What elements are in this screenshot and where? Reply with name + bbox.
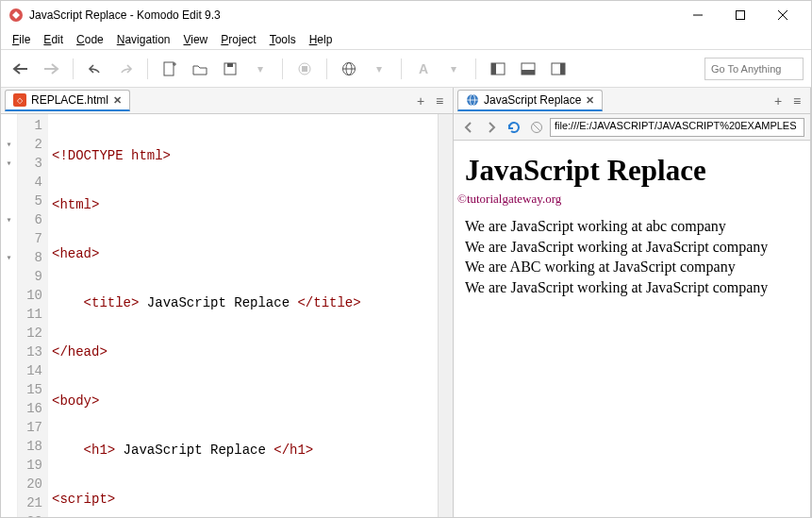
window-title: JavaScript Replace - Komodo Edit 9.3 — [29, 8, 676, 22]
save-dropdown[interactable]: ▾ — [248, 57, 273, 81]
tab-label: JavaScript Replace — [484, 93, 581, 107]
svg-text:◇: ◇ — [17, 96, 24, 105]
redo-button[interactable] — [113, 57, 138, 81]
undo-button[interactable] — [83, 57, 108, 81]
font-dropdown[interactable]: ▾ — [441, 57, 466, 81]
url-box[interactable]: file:///E:/JAVASCRIPT/JAVASCRIPT%20EXAMP… — [550, 118, 804, 137]
menubar: File Edit Code Navigation View Project T… — [1, 29, 811, 50]
menu-edit[interactable]: Edit — [38, 31, 69, 48]
editor-pane: ◇ REPLACE.html ✕ + ≡ ▾▾▾▾ 12345678910111… — [1, 88, 454, 517]
preview-tabbar: JavaScript Replace ✕ + ≡ — [454, 88, 810, 114]
stop-icon[interactable] — [527, 118, 546, 137]
line-numbers: 12345678910111213141516171819202122 — [18, 114, 48, 517]
save-button[interactable] — [218, 57, 242, 81]
minimize-button[interactable] — [676, 2, 719, 28]
svg-rect-14 — [491, 63, 496, 75]
preview-content: JavaScript Replace ©tutorialgateway.org … — [454, 141, 810, 517]
browser-back-icon[interactable] — [459, 118, 478, 137]
menu-help[interactable]: Help — [304, 31, 339, 48]
tab-close-icon[interactable]: ✕ — [113, 94, 122, 107]
svg-rect-18 — [560, 63, 565, 75]
tab-close-icon[interactable]: ✕ — [586, 94, 594, 107]
svg-rect-5 — [164, 62, 174, 75]
forward-button[interactable] — [39, 57, 63, 81]
maximize-button[interactable] — [719, 2, 761, 28]
output-line: We are JavaScript working at abc company — [465, 216, 799, 237]
html-icon: ◇ — [13, 93, 26, 107]
vertical-scrollbar[interactable] — [438, 114, 453, 517]
stop-button[interactable] — [292, 57, 317, 81]
list-tabs-button[interactable]: ≡ — [430, 92, 449, 110]
preview-heading: JavaScript Replace — [465, 154, 799, 188]
new-file-button[interactable] — [157, 57, 182, 81]
open-button[interactable] — [188, 57, 212, 81]
panel-right-button[interactable] — [546, 57, 571, 81]
globe-dropdown[interactable]: ▾ — [367, 57, 391, 81]
output-line: We are ABC working at JavaScript company — [465, 257, 799, 277]
browser-toolbar: file:///E:/JAVASCRIPT/JAVASCRIPT%20EXAMP… — [454, 114, 810, 141]
new-tab-button[interactable]: + — [769, 92, 787, 110]
svg-rect-2 — [736, 11, 744, 20]
tab-replace-html[interactable]: ◇ REPLACE.html ✕ — [5, 90, 130, 111]
watermark: ©tutorialgateway.org — [457, 192, 799, 207]
globe-icon — [466, 93, 479, 107]
goto-anything-input[interactable] — [704, 58, 804, 80]
app-icon — [8, 8, 24, 23]
close-button[interactable] — [761, 2, 804, 28]
panel-left-button[interactable] — [486, 57, 510, 81]
reload-icon[interactable] — [505, 118, 523, 137]
menu-view[interactable]: View — [177, 31, 213, 48]
menu-file[interactable]: File — [7, 31, 36, 48]
output-line: We are JavaScript working at JavaScript … — [465, 237, 799, 258]
svg-rect-7 — [227, 63, 233, 67]
editor-tabbar: ◇ REPLACE.html ✕ + ≡ — [1, 88, 453, 114]
menu-project[interactable]: Project — [215, 31, 261, 48]
svg-rect-16 — [522, 70, 535, 75]
code-area[interactable]: <!DOCTYPE html> <html> <head> <title> Ja… — [48, 114, 438, 517]
panel-bottom-button[interactable] — [516, 57, 540, 81]
font-button[interactable]: A — [411, 57, 436, 81]
menu-navigation[interactable]: Navigation — [111, 31, 176, 48]
list-tabs-button[interactable]: ≡ — [787, 92, 806, 110]
globe-button[interactable] — [337, 57, 361, 81]
titlebar: JavaScript Replace - Komodo Edit 9.3 — [1, 1, 811, 29]
toolbar: ▾ ▾ A ▾ — [1, 50, 811, 88]
new-tab-button[interactable]: + — [411, 92, 430, 110]
preview-pane: JavaScript Replace ✕ + ≡ file:///E:/JAVA… — [454, 88, 811, 517]
svg-line-25 — [533, 124, 540, 131]
output-line: We are JavaScript working at JavaScript … — [465, 277, 799, 298]
menu-code[interactable]: Code — [71, 31, 109, 48]
browser-forward-icon[interactable] — [482, 118, 501, 137]
tab-preview[interactable]: JavaScript Replace ✕ — [457, 90, 603, 111]
back-button[interactable] — [8, 57, 33, 81]
menu-tools[interactable]: Tools — [264, 31, 302, 48]
svg-rect-9 — [302, 66, 307, 72]
fold-column[interactable]: ▾▾▾▾ — [1, 114, 18, 517]
tab-label: REPLACE.html — [31, 93, 108, 107]
